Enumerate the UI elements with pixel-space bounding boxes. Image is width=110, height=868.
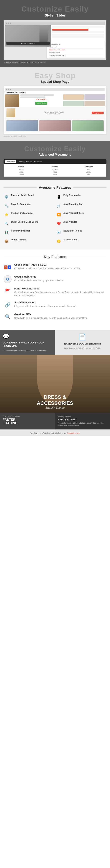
feature-item-ajax-cart: 🛒 Ajax Shopping Cart — [56, 203, 106, 209]
feature-item-responsive: 📱 Fully Responsive — [56, 194, 106, 200]
currency-icon: 💱 — [4, 229, 9, 235]
key-feature-social-desc: Integrated with all social elements. Sha… — [14, 305, 76, 308]
nav-item-accessories[interactable]: Accessories — [34, 161, 42, 163]
support-desc: Are you having a problem with this produ… — [58, 422, 107, 427]
customize-note: Choose the fonts, colors slider control … — [4, 61, 106, 63]
shop-mockup: Leather Belt & Bifold Wallet $30.00 USD … — [4, 86, 106, 134]
megamenu-item-jackets[interactable]: Jackets — [5, 172, 38, 174]
megamenu-item-hats[interactable]: Hats — [72, 174, 105, 175]
google-icon: G — [4, 275, 12, 283]
megamenu-col-title-2: Footwear — [39, 166, 71, 168]
feature-item-wishlist: ❤️ Ajax Wishlist — [56, 221, 106, 226]
slider-panel-row-3 — [52, 31, 104, 33]
megamenu-item-tshirts[interactable]: T-Shirts — [5, 168, 38, 170]
feature-item-owl: ⭐ Product Owl carousel — [4, 212, 54, 217]
megamenu-item-sandals[interactable]: Sandals — [39, 172, 71, 174]
heading-line-left — [4, 187, 37, 188]
feature-filters-title: Ajax Product Filters — [63, 212, 84, 214]
feature-currency-text: Currency Switcher — [11, 229, 30, 232]
seo-box: Top Quality SEO + FASTERLOADING — [0, 413, 55, 430]
feature-item-more: 😊 & Much More! — [56, 239, 106, 244]
docs-desc: Learn how to use WUSO from our User Guid… — [58, 347, 107, 350]
key-feature-fontawesome: 🚩 Font-Awesome Icons Choose from of more… — [4, 287, 106, 297]
key-feature-fontawesome-title: Font-Awesome Icons — [14, 287, 106, 290]
html5-icon: 5 3 — [4, 264, 12, 271]
customize-bg-title: Customize Easily — [4, 5, 106, 13]
feature-wishlist-title: Ajax Wishlist — [63, 221, 77, 223]
key-feature-html5-desc: Coded with HTML 5 and CSS 3 your website… — [14, 267, 81, 270]
feature-admin-text: Powerful Admin Panel — [11, 194, 34, 197]
feature-ajax-cart-text: Ajax Shopping Cart — [63, 203, 83, 206]
key-feature-social-text: Social Integration Integrated with all s… — [14, 301, 76, 308]
megamenu-item-belts[interactable]: Belts — [72, 170, 105, 172]
fontawesome-icon: 🚩 — [4, 287, 12, 295]
feature-tracking-title: Order Tracking — [11, 239, 26, 241]
shop-price: $30.00 USD — [20, 99, 62, 100]
feature-ajax-cart-title: Ajax Shopping Cart — [63, 203, 83, 206]
feature-item-admin: ⚙️ Powerful Admin Panel — [4, 194, 54, 200]
social-icon: 🔗 — [4, 301, 12, 309]
feature-item-quickshop: 🔍 Quick Shop & Good Zoom — [4, 221, 54, 226]
feature-tracking-text: Order Tracking — [11, 239, 26, 241]
experts-icon: 💬 — [3, 333, 52, 340]
section-easy-shop: Easy Shop Special Shop Page Leather Belt… — [0, 67, 110, 141]
panel-row-4: Navigation arrows — [49, 51, 103, 54]
back-in-stock-label: BACK IN STOCK — [6, 42, 50, 44]
customize-icon: 🔧 — [4, 203, 9, 209]
slider-panel-row-4 — [52, 34, 104, 35]
feature-quickshop-title: Quick Shop & Good Zoom — [11, 221, 38, 223]
feature-customize-title: Easy To Customize — [11, 203, 30, 206]
key-features-heading: Key Features — [4, 255, 106, 259]
megamenu-item-jeans[interactable]: Jeans — [5, 170, 38, 172]
megamenu-mockup: HYPE SHOES Clothing Footwear Accessories… — [4, 159, 106, 177]
megamenu-item-bags[interactable]: Bags — [72, 168, 105, 170]
shop-dot-3 — [10, 89, 11, 90]
ajax-cart-icon: 🛒 — [56, 203, 62, 209]
add-to-cart-btn[interactable]: Shopping Cart — [35, 102, 47, 105]
feature-owl-text: Product Owl carousel — [11, 212, 33, 215]
key-feature-html5-text: Coded with HTML5 & CSS3 Coded with HTML … — [14, 264, 81, 270]
key-feature-html5-title: Coded with HTML5 & CSS3 — [14, 264, 81, 266]
section-customize-slider: Customize Easily Stylish Slider BACK IN … — [0, 0, 110, 67]
heading-line-right — [73, 187, 106, 188]
key-feature-fontawesome-desc: Choose from of more from font awesome an… — [14, 291, 106, 297]
shop-browser-bar — [5, 88, 105, 91]
footer-link[interactable]: Support forum — [67, 432, 80, 434]
quickshop-icon: 🔍 — [4, 221, 9, 226]
shop-title-bar-2 — [20, 96, 45, 98]
more-icon: 😊 — [56, 239, 62, 244]
key-feature-seo: 🔍 Great for SEO Coded with SEO in mind m… — [4, 313, 106, 321]
admin-panel-icon: ⚙️ — [4, 194, 9, 200]
megamenu-item-hoodies[interactable]: Hoodies — [5, 174, 38, 175]
nav-item-footwear[interactable]: Footwear — [26, 161, 32, 163]
key-feature-google: G Google Web Fonts Choose from 600+ font… — [4, 275, 106, 283]
feature-item-tracking: 📦 Order Tracking — [4, 239, 54, 244]
wishlist-icon: ❤️ — [56, 221, 62, 226]
key-features-title: Key Features — [44, 255, 66, 259]
feature-more-text: & Much More! — [63, 239, 78, 241]
nav-item-clothing[interactable]: Clothing — [19, 161, 24, 163]
shop-product-image — [5, 94, 19, 107]
megamenu-item-heels[interactable]: Heels — [39, 174, 71, 175]
slider-panel-row-1 — [52, 26, 104, 28]
product-page-title: Leather Belt & Bifold Wallet — [5, 92, 105, 93]
megamenu-item-watches[interactable]: Watches — [72, 172, 105, 174]
feature-responsive-text: Fully Responsive — [63, 194, 81, 197]
seo-title: FASTERLOADING — [3, 418, 52, 425]
megamenu-dropdown: Clothing T-Shirts Jeans Jackets Hoodies … — [4, 164, 106, 177]
megamenu-item-sneakers[interactable]: Sneakers — [39, 168, 71, 170]
section-experts-docs: 💬 OUR EXPERTS WILL solve your problems C… — [0, 330, 110, 355]
owl-item-3 — [72, 120, 104, 131]
slider-panel-row-5 — [52, 36, 104, 38]
awesome-features-title: Awesome Features — [39, 186, 71, 190]
compact-cart-btn[interactable]: Shopping Cart — [92, 112, 104, 114]
panel-row-5: Slideshow transition effect — [49, 54, 103, 57]
shop-product-details: $30.00 USD Shopping Cart — [20, 94, 62, 107]
compact-details: RADIANT COMPACT POWDER REGULAR FULL JEAN — [17, 111, 90, 115]
feature-item-newsletter: 📧 Newsletter Pop-up — [56, 229, 106, 235]
megamenu-item-boots[interactable]: Boots — [39, 170, 71, 172]
panel-label-5: Slideshow transition effect — [49, 55, 65, 56]
awesome-features-heading: Awesome Features — [4, 186, 106, 190]
compact-name: RADIANT COMPACT POWDER — [17, 111, 90, 113]
ajax-note: ajax add to cart & quick view — [4, 135, 106, 137]
